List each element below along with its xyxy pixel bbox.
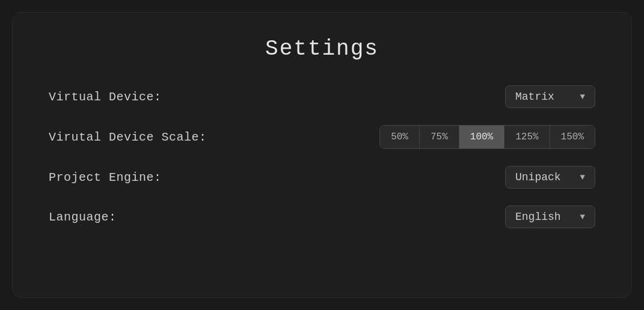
virtual-device-label: Virtual Device: (49, 90, 162, 104)
virtual-device-value: Matrix (515, 91, 554, 103)
project-engine-dropdown[interactable]: Unipack ▼ (505, 166, 595, 189)
dropdown-arrow-icon: ▼ (580, 92, 585, 102)
scale-btn-150[interactable]: 150% (550, 126, 595, 148)
settings-panel: Settings Virtual Device: Matrix ▼ Viruta… (12, 12, 632, 298)
scale-btn-50[interactable]: 50% (380, 126, 420, 148)
language-row: Language: English ▼ (49, 205, 595, 228)
scale-btn-100[interactable]: 100% (459, 126, 504, 148)
scale-button-group: 50% 75% 100% 125% 150% (379, 125, 595, 149)
project-engine-row: Project Engine: Unipack ▼ (49, 166, 595, 189)
virtual-device-dropdown[interactable]: Matrix ▼ (505, 85, 595, 108)
dropdown-arrow-icon-3: ▼ (580, 212, 585, 222)
virtual-device-row: Virtual Device: Matrix ▼ (49, 85, 595, 108)
project-engine-value: Unipack (515, 171, 561, 183)
dropdown-arrow-icon-2: ▼ (580, 172, 585, 182)
project-engine-label: Project Engine: (49, 171, 162, 184)
scale-btn-75[interactable]: 75% (420, 126, 459, 148)
language-value: English (515, 211, 561, 223)
virtual-device-scale-label: Virutal Device Scale: (49, 130, 207, 144)
language-label: Language: (49, 210, 117, 224)
virtual-device-scale-row: Virutal Device Scale: 50% 75% 100% 125% … (49, 125, 595, 149)
language-dropdown[interactable]: English ▼ (505, 205, 595, 228)
settings-rows: Virtual Device: Matrix ▼ Virutal Device … (49, 85, 595, 228)
settings-title: Settings (265, 37, 379, 61)
scale-btn-125[interactable]: 125% (504, 126, 550, 148)
